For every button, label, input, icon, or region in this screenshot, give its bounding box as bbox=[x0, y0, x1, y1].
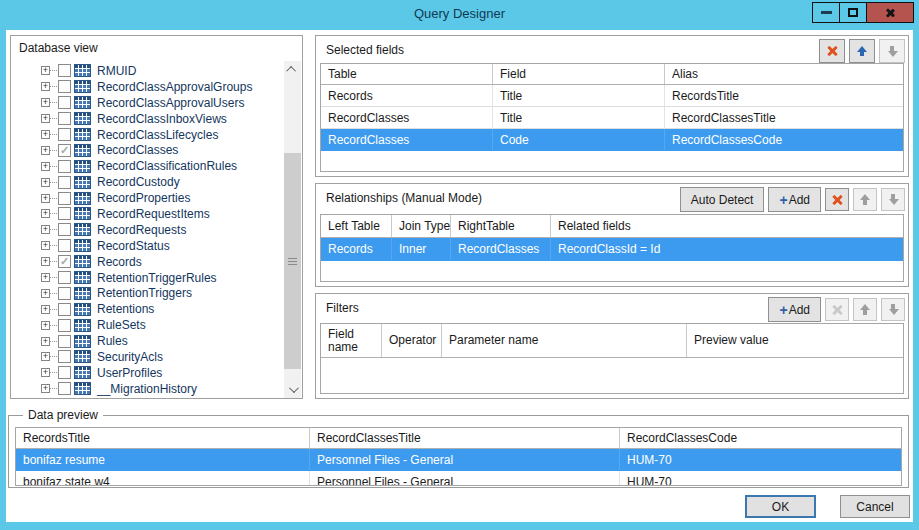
table-icon bbox=[74, 255, 91, 268]
expand-icon[interactable]: + bbox=[41, 337, 50, 346]
tree-item-recordstatus[interactable]: + RecordStatus bbox=[13, 238, 281, 254]
tree-item-recordrequestitems[interactable]: + RecordRequestItems bbox=[13, 206, 281, 222]
tree-item-recordclassapprovalusers[interactable]: + RecordClassApprovalUsers bbox=[13, 95, 281, 111]
table-icon bbox=[74, 287, 91, 300]
preview-row[interactable]: bonifaz state w4 Personnel Files - Gener… bbox=[16, 471, 901, 486]
tree-item-recordclassinboxviews[interactable]: + RecordClassInboxViews bbox=[13, 111, 281, 127]
tree-item-retentiontriggers[interactable]: + RetentionTriggers bbox=[13, 285, 281, 301]
close-button[interactable] bbox=[866, 2, 914, 23]
tree-item-recordcustody[interactable]: + RecordCustody bbox=[13, 174, 281, 190]
expand-icon[interactable]: + bbox=[41, 114, 50, 123]
cell-table: RecordClasses bbox=[321, 129, 493, 150]
expand-icon[interactable]: + bbox=[41, 130, 50, 139]
checkbox[interactable] bbox=[58, 96, 71, 109]
checkbox[interactable] bbox=[58, 271, 71, 284]
tree-item-retentions[interactable]: + Retentions bbox=[13, 301, 281, 317]
checkbox[interactable] bbox=[58, 319, 71, 332]
relationships-toolbar: Auto Detect +Add bbox=[680, 187, 905, 212]
column-header-alias: Alias bbox=[665, 64, 903, 84]
cell-record-classes-title: Personnel Files - General bbox=[310, 449, 620, 470]
checkbox-checked[interactable]: ✓ bbox=[58, 255, 71, 268]
expand-icon[interactable]: + bbox=[41, 82, 50, 91]
expand-icon[interactable]: + bbox=[41, 194, 50, 203]
field-row[interactable]: Records Title RecordsTitle bbox=[321, 85, 903, 107]
expand-icon[interactable]: + bbox=[41, 289, 50, 298]
tree-item-migrationhistory[interactable]: + __MigrationHistory bbox=[13, 381, 281, 397]
expand-icon[interactable]: + bbox=[41, 209, 50, 218]
tree-item-rules[interactable]: + Rules bbox=[13, 333, 281, 349]
maximize-button[interactable] bbox=[839, 2, 867, 23]
checkbox[interactable] bbox=[58, 176, 71, 189]
tree-scrollbar[interactable] bbox=[284, 61, 301, 398]
checkbox[interactable] bbox=[58, 239, 71, 252]
delete-relationship-button[interactable] bbox=[825, 188, 849, 211]
selected-fields-panel: Selected fields Table Field Alias Record… bbox=[315, 35, 909, 177]
checkbox[interactable] bbox=[58, 80, 71, 93]
expand-icon[interactable]: + bbox=[41, 178, 50, 187]
tree-item-recordclassapprovalgroups[interactable]: + RecordClassApprovalGroups bbox=[13, 79, 281, 95]
minimize-button[interactable] bbox=[812, 2, 840, 23]
table-name: RecordClassApprovalGroups bbox=[97, 80, 252, 94]
expand-icon[interactable]: + bbox=[41, 305, 50, 314]
tree-item-recordclasslifecycles[interactable]: + RecordClassLifecycles bbox=[13, 127, 281, 143]
checkbox[interactable] bbox=[58, 287, 71, 300]
checkbox[interactable] bbox=[58, 223, 71, 236]
tree-item-retentiontriggerrules[interactable]: + RetentionTriggerRules bbox=[13, 270, 281, 286]
checkbox[interactable] bbox=[58, 207, 71, 220]
scroll-down-button[interactable] bbox=[284, 381, 301, 398]
tree-item-securityacls[interactable]: + SecurityAcls bbox=[13, 349, 281, 365]
expand-icon[interactable]: + bbox=[41, 66, 50, 75]
checkbox[interactable] bbox=[58, 303, 71, 316]
preview-row-selected[interactable]: bonifaz resume Personnel Files - General… bbox=[16, 449, 901, 471]
checkbox[interactable] bbox=[58, 350, 71, 363]
checkbox[interactable] bbox=[58, 382, 71, 395]
tree-item-recordproperties[interactable]: + RecordProperties bbox=[13, 190, 281, 206]
expand-icon[interactable]: + bbox=[41, 257, 50, 266]
table-icon bbox=[74, 64, 91, 77]
move-field-up-button[interactable] bbox=[849, 39, 875, 63]
tree-item-rulesets[interactable]: + RuleSets bbox=[13, 317, 281, 333]
tree-item-records[interactable]: + ✓ Records bbox=[13, 254, 281, 270]
ok-button[interactable]: OK bbox=[745, 495, 816, 518]
relationship-row-selected[interactable]: Records Inner RecordClasses RecordClassI… bbox=[321, 238, 903, 261]
tree-item-userprofiles[interactable]: + UserProfiles bbox=[13, 365, 281, 381]
checkbox-checked[interactable]: ✓ bbox=[58, 144, 71, 157]
tree-item-rmuid[interactable]: + RMUID bbox=[13, 63, 281, 79]
table-name: UserProfiles bbox=[97, 366, 162, 380]
tree-connector bbox=[50, 102, 57, 103]
tree-item-recordclassificationrules[interactable]: + RecordClassificationRules bbox=[13, 158, 281, 174]
expand-icon[interactable]: + bbox=[41, 98, 50, 107]
tree-item-recordrequests[interactable]: + RecordRequests bbox=[13, 222, 281, 238]
tree-item-recordclasses[interactable]: + ✓ RecordClasses bbox=[13, 142, 281, 158]
scrollbar-thumb[interactable] bbox=[284, 153, 301, 369]
expand-icon[interactable]: + bbox=[41, 225, 50, 234]
expand-icon[interactable]: + bbox=[41, 368, 50, 377]
expand-icon[interactable]: + bbox=[41, 352, 50, 361]
expand-icon[interactable]: + bbox=[41, 241, 50, 250]
add-relationship-button[interactable]: +Add bbox=[768, 187, 821, 212]
checkbox[interactable] bbox=[58, 160, 71, 173]
field-row-selected[interactable]: RecordClasses Code RecordClassesCode bbox=[321, 129, 903, 151]
scroll-up-button[interactable] bbox=[284, 61, 301, 78]
field-row[interactable]: RecordClasses Title RecordClassesTitle bbox=[321, 107, 903, 129]
cancel-button[interactable]: Cancel bbox=[840, 495, 910, 518]
checkbox[interactable] bbox=[58, 366, 71, 379]
checkbox[interactable] bbox=[58, 112, 71, 125]
expand-icon[interactable]: + bbox=[41, 162, 50, 171]
expand-icon[interactable]: + bbox=[41, 384, 50, 393]
table-name: RecordClassInboxViews bbox=[97, 112, 227, 126]
table-name: SecurityAcls bbox=[97, 350, 163, 364]
auto-detect-button[interactable]: Auto Detect bbox=[680, 187, 765, 212]
expand-icon[interactable]: + bbox=[41, 146, 50, 155]
checkbox[interactable] bbox=[58, 335, 71, 348]
expand-icon[interactable]: + bbox=[41, 273, 50, 282]
checkbox[interactable] bbox=[58, 192, 71, 205]
expand-icon[interactable]: + bbox=[41, 321, 50, 330]
relationships-grid: Left Table Join Type RightTable Related … bbox=[320, 214, 904, 282]
tree-connector bbox=[50, 118, 57, 119]
column-header-records-title: RecordsTitle bbox=[16, 428, 310, 448]
checkbox[interactable] bbox=[58, 64, 71, 77]
delete-field-button[interactable] bbox=[819, 39, 845, 63]
add-filter-button[interactable]: +Add bbox=[768, 297, 821, 322]
checkbox[interactable] bbox=[58, 128, 71, 141]
